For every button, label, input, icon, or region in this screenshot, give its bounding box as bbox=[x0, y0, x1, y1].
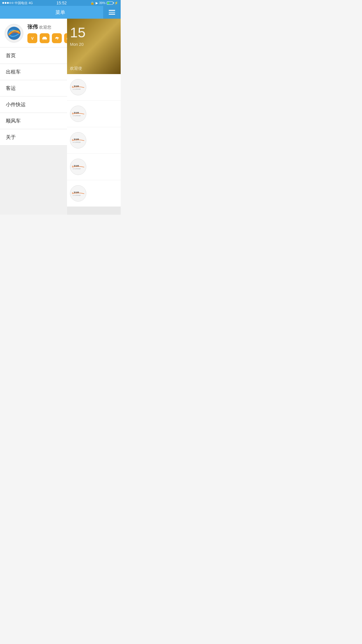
drawer-footer bbox=[0, 146, 67, 215]
svg-text:a: a bbox=[72, 85, 73, 87]
battery-fill bbox=[107, 2, 109, 4]
company-logo-svg-4: a 安达客 元力达商务服务 bbox=[72, 163, 85, 171]
header-title: 菜单 bbox=[55, 9, 65, 16]
company-logo-5: a 安达客 元力达商务服务 bbox=[70, 185, 86, 202]
lock-icon: 🔒 bbox=[90, 1, 94, 5]
menu-item-express[interactable]: 小件快运 bbox=[0, 97, 67, 113]
dot2 bbox=[5, 2, 6, 4]
svg-text:元力达商务服务: 元力达商务服务 bbox=[73, 141, 81, 143]
charge-icon: ⚡ bbox=[114, 1, 118, 5]
dot3 bbox=[7, 2, 9, 4]
company-logo-svg-5: a 安达客 元力达商务服务 bbox=[72, 189, 85, 197]
main-wrapper: 张伟 欢迎您 V bbox=[0, 19, 121, 215]
network-label: 4G bbox=[29, 1, 33, 5]
list-item[interactable]: a 安达客 元力达商务服务 bbox=[67, 154, 121, 180]
time-label: 15:52 bbox=[57, 1, 67, 5]
battery-percent: 39% bbox=[99, 1, 106, 5]
company-logo-3: a 安达客 元力达商务服务 bbox=[70, 132, 86, 148]
user-welcome: 欢迎您 bbox=[39, 25, 51, 29]
hamburger-icon bbox=[109, 10, 115, 15]
menu-item-home[interactable]: 首页 bbox=[0, 48, 67, 64]
svg-text:a: a bbox=[72, 139, 73, 140]
right-top-banner: 15 Mon 20 欢迎使 bbox=[67, 19, 121, 74]
hamburger-button[interactable] bbox=[103, 6, 121, 19]
menu-item-rideshare[interactable]: 顺风车 bbox=[0, 113, 67, 129]
company-logo-4: a 安达客 元力达商务服务 bbox=[70, 159, 86, 175]
svg-point-1 bbox=[17, 30, 19, 32]
svg-text:a: a bbox=[72, 165, 73, 167]
dot1 bbox=[2, 2, 4, 4]
battery-icon bbox=[107, 1, 113, 5]
right-panel: 15 Mon 20 欢迎使 a 安达客 元力达商务服务 a bbox=[67, 19, 121, 215]
right-date-display: Mon 20 bbox=[70, 42, 84, 47]
carrier-label: 中国电信 bbox=[15, 1, 27, 5]
company-logo-svg-1: a 安达客 元力达商务服务 bbox=[72, 83, 85, 91]
dot5 bbox=[12, 2, 13, 4]
hamburger-line-3 bbox=[109, 14, 115, 15]
signal-dots bbox=[2, 2, 13, 4]
avatar bbox=[5, 24, 23, 43]
badge-v[interactable]: V bbox=[27, 33, 37, 43]
menu-list: 首页 出租车 客运 小件快运 顺风车 关于 bbox=[0, 48, 67, 146]
status-right: 🔒 ▶ 39% ⚡ bbox=[90, 1, 118, 5]
svg-text:元力达商务服务: 元力达商务服务 bbox=[73, 195, 81, 196]
svg-point-3 bbox=[43, 39, 44, 40]
status-left: 中国电信 4G bbox=[2, 1, 33, 5]
menu-item-taxi[interactable]: 出租车 bbox=[0, 64, 67, 80]
svg-point-4 bbox=[45, 39, 47, 40]
status-bar: 中国电信 4G 15:52 🔒 ▶ 39% ⚡ bbox=[0, 0, 121, 6]
user-name: 张伟 bbox=[27, 24, 38, 30]
list-item[interactable]: a 安达客 元力达商务服务 bbox=[67, 74, 121, 100]
drawer-menu: 张伟 欢迎您 V bbox=[0, 19, 67, 215]
company-logo-svg-3: a 安达客 元力达商务服务 bbox=[72, 136, 85, 144]
svg-text:元力达商务服务: 元力达商务服务 bbox=[73, 115, 81, 116]
header: 菜单 bbox=[0, 6, 121, 19]
svg-text:元力达商务服务: 元力达商务服务 bbox=[73, 88, 81, 90]
hamburger-line-1 bbox=[109, 10, 115, 11]
dot4 bbox=[9, 2, 11, 4]
list-item[interactable]: a 安达客 元力达商务服务 bbox=[67, 180, 121, 206]
company-logo-1: a 安达客 元力达商务服务 bbox=[70, 79, 86, 95]
right-time-display: 15 bbox=[70, 24, 85, 41]
location-icon: ▶ bbox=[96, 1, 98, 5]
menu-item-bus[interactable]: 客运 bbox=[0, 80, 67, 97]
menu-item-about[interactable]: 关于 bbox=[0, 129, 67, 146]
list-item[interactable]: a 安达客 元力达商务服务 bbox=[67, 127, 121, 153]
right-company-list: a 安达客 元力达商务服务 a 安达客 元力达商务服务 bbox=[67, 74, 121, 206]
avatar-logo-svg bbox=[6, 26, 22, 41]
user-section: 张伟 欢迎您 V bbox=[0, 19, 67, 48]
svg-text:元力达商务服务: 元力达商务服务 bbox=[73, 168, 81, 169]
company-logo-svg-2: a 安达客 元力达商务服务 bbox=[72, 110, 85, 118]
badge-plane[interactable] bbox=[52, 33, 62, 43]
hamburger-line-2 bbox=[109, 12, 115, 13]
plane-icon bbox=[54, 36, 59, 40]
svg-text:a: a bbox=[72, 112, 73, 114]
badge-car[interactable] bbox=[40, 33, 50, 43]
car-icon bbox=[42, 36, 47, 40]
right-welcome-text: 欢迎使 bbox=[70, 66, 82, 71]
company-logo-2: a 安达客 元力达商务服务 bbox=[70, 106, 86, 122]
list-item[interactable]: a 安达客 元力达商务服务 bbox=[67, 101, 121, 127]
svg-text:a: a bbox=[72, 192, 73, 193]
